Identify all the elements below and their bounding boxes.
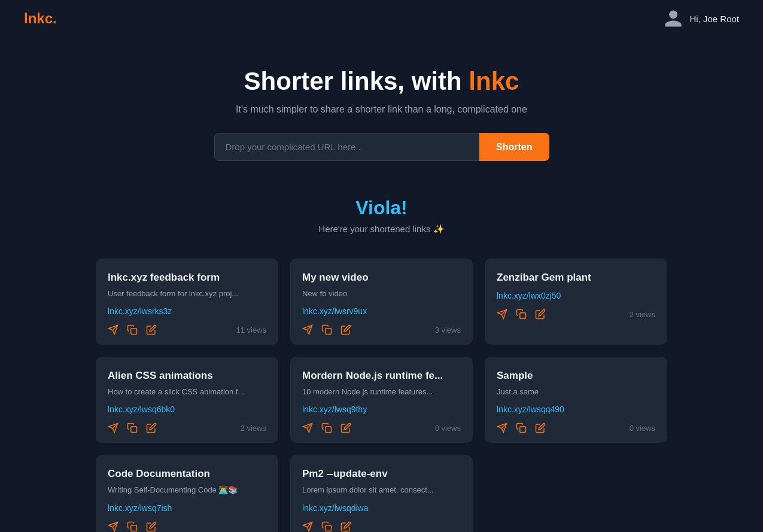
copy-icon[interactable]	[516, 422, 527, 433]
cards-grid: lnkc.xyz feedback form User feedback for…	[0, 247, 763, 532]
share-icon[interactable]	[497, 422, 507, 433]
card-desc: User feedback form for lnkc.xyz proj...	[108, 288, 266, 299]
share-icon[interactable]	[302, 422, 313, 433]
share-icon[interactable]	[108, 422, 118, 433]
card-title: lnkc.xyz feedback form	[108, 272, 266, 284]
logo-dot: .	[53, 10, 57, 26]
svg-rect-3	[131, 427, 137, 433]
edit-icon[interactable]	[341, 521, 351, 532]
edit-icon[interactable]	[341, 422, 351, 433]
svg-rect-6	[131, 525, 137, 531]
copy-icon[interactable]	[127, 422, 138, 433]
card-footer: 3 views	[302, 324, 461, 335]
card-footer: 2 views	[108, 422, 266, 433]
views-badge: 2 views	[241, 424, 266, 433]
views-badge: 2 views	[630, 310, 655, 319]
card-actions	[108, 422, 157, 433]
edit-icon[interactable]	[146, 422, 157, 433]
svg-rect-5	[520, 427, 526, 433]
hero-subtitle: It's much simpler to share a shorter lin…	[12, 104, 751, 115]
views-badge: 0 views	[435, 424, 461, 433]
card-item: My new video New fb video lnkc.xyz/lwsrv…	[290, 259, 473, 345]
copy-icon[interactable]	[127, 521, 138, 532]
card-actions	[108, 324, 157, 335]
card-desc: 10 modern Node.js runtime features...	[302, 387, 461, 397]
card-title: Code Documentation	[108, 468, 266, 480]
card-title: Mordern Node.js runtime fe...	[302, 370, 461, 382]
card-desc: New fb video	[302, 288, 461, 299]
edit-icon[interactable]	[535, 309, 546, 320]
url-input[interactable]	[214, 133, 480, 161]
card-item: Pm2 --update-env Lorem ipsum dolor sit a…	[290, 455, 473, 532]
svg-rect-7	[326, 525, 332, 531]
card-title: Alien CSS animations	[108, 370, 266, 382]
copy-icon[interactable]	[321, 422, 332, 433]
copy-icon[interactable]	[127, 324, 138, 335]
card-desc: Lorem ipsum dolor sit amet, consect...	[302, 485, 461, 495]
card-item: Alien CSS animations How to create a sli…	[96, 357, 278, 443]
card-item: lnkc.xyz feedback form User feedback for…	[96, 259, 278, 345]
card-link[interactable]: lnkc.xyz/lwsq9thy	[302, 405, 461, 414]
edit-icon[interactable]	[535, 422, 546, 433]
viola-title: Viola!	[12, 197, 751, 219]
copy-icon[interactable]	[321, 324, 332, 335]
card-title: Zenzibar Gem plant	[497, 272, 655, 284]
svg-rect-0	[131, 329, 137, 335]
card-link[interactable]: lnkc.xyz/lwx0zj50	[497, 291, 655, 300]
card-link[interactable]: lnkc.xyz/lwsq6bk0	[108, 405, 266, 414]
card-item: Zenzibar Gem plant lnkc.xyz/lwx0zj50 2 v…	[485, 259, 667, 345]
share-icon[interactable]	[108, 324, 118, 335]
card-link[interactable]: lnkc.xyz/lwsqq490	[497, 405, 655, 414]
logo-text: lnkc	[24, 10, 53, 26]
hero-section: Shorter links, with lnkc It's much simpl…	[0, 37, 763, 179]
hero-title-brand: lnkc	[469, 67, 519, 95]
card-link[interactable]: lnkc.xyz/lwsrv9ux	[302, 306, 461, 316]
card-footer: 0 views	[302, 422, 461, 433]
views-badge: 3 views	[435, 326, 461, 335]
card-actions	[302, 324, 351, 335]
card-item: Sample Just a same lnkc.xyz/lwsqq490 0 v…	[485, 357, 667, 443]
card-actions	[302, 422, 351, 433]
card-actions	[108, 521, 157, 532]
viola-section: Viola! Here're your shortened links ✨	[0, 179, 763, 247]
card-footer: 0 views	[497, 422, 655, 433]
copy-icon[interactable]	[321, 521, 332, 532]
edit-icon[interactable]	[341, 324, 351, 335]
card-actions	[302, 521, 351, 532]
card-item: Code Documentation Writing Self-Document…	[96, 455, 278, 532]
card-link[interactable]: lnkc.xyz/lwsqdiwa	[302, 503, 461, 513]
share-icon[interactable]	[497, 309, 507, 320]
card-actions	[497, 309, 546, 320]
logo[interactable]: lnkc.	[24, 10, 57, 27]
edit-icon[interactable]	[146, 324, 157, 335]
svg-rect-1	[326, 329, 332, 335]
user-label: Hi, Joe Root	[689, 14, 739, 24]
card-footer	[108, 521, 266, 532]
copy-icon[interactable]	[516, 309, 527, 320]
user-info[interactable]: Hi, Joe Root	[663, 8, 739, 29]
card-footer: 2 views	[497, 309, 655, 320]
card-title: My new video	[302, 272, 461, 284]
viola-subtitle: Here're your shortened links ✨	[12, 224, 751, 235]
card-actions	[497, 422, 546, 433]
share-icon[interactable]	[302, 324, 313, 335]
shorten-button[interactable]: Shorten	[479, 133, 549, 161]
card-desc: Just a same	[497, 387, 655, 397]
svg-rect-2	[520, 313, 526, 319]
card-footer	[302, 521, 461, 532]
card-item: Mordern Node.js runtime fe... 10 modern …	[290, 357, 473, 443]
edit-icon[interactable]	[146, 521, 157, 532]
views-badge: 0 views	[630, 424, 655, 433]
share-icon[interactable]	[302, 521, 313, 532]
card-title: Pm2 --update-env	[302, 468, 461, 480]
card-desc: How to create a slick CSS animation f...	[108, 387, 266, 397]
card-title: Sample	[497, 370, 655, 382]
user-avatar-icon	[663, 8, 683, 29]
card-link[interactable]: lnkc.xyz/lwsq7ish	[108, 503, 266, 513]
navbar: lnkc. Hi, Joe Root	[0, 0, 763, 37]
svg-rect-4	[326, 427, 332, 433]
url-input-row: Shorten	[214, 133, 549, 161]
card-desc: Writing Self-Documenting Code 👨‍💻📚	[108, 485, 266, 495]
card-link[interactable]: lnkc.xyz/lwsrks3z	[108, 306, 266, 316]
share-icon[interactable]	[108, 521, 118, 532]
